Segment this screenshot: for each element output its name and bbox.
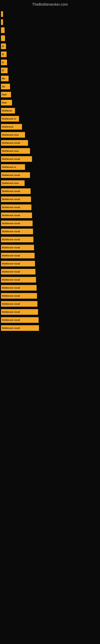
bar-row: B	[1, 66, 100, 74]
bar-label-29: Bottleneck result	[2, 238, 20, 241]
bar-8: B	[1, 68, 8, 73]
bar-label-18: Bottleneck resu	[2, 150, 19, 152]
bar-36: Bottleneck result	[1, 293, 37, 299]
bar-31: Bottleneck result	[1, 253, 35, 258]
bar-row: Bottleneck result	[1, 155, 100, 163]
bar-label-31: Bottleneck result	[2, 254, 20, 257]
bar-label-16: Bottleneck resu	[2, 134, 19, 136]
bar-14: Bottleneck re	[1, 116, 19, 122]
bar-label-21: Bottleneck result	[2, 174, 20, 176]
bar-label-23: Bottleneck result	[2, 190, 20, 192]
bar-27: Bottleneck result	[1, 220, 33, 226]
bar-row: Bottleneck result	[1, 236, 100, 243]
bar-row: B	[1, 58, 100, 66]
bar-19: Bottleneck result	[1, 156, 32, 162]
bar-5: B	[1, 44, 6, 49]
bar-29: Bottleneck result	[1, 237, 33, 242]
bar-label-25: Bottleneck result	[2, 206, 20, 208]
bar-row: Bottleneck	[1, 123, 100, 130]
bar-label-22: Bottleneck resu	[2, 182, 19, 184]
bar-35: Bottleneck result	[1, 285, 37, 290]
bar-row: Bottleneck result	[1, 260, 100, 268]
bar-label-32: Bottleneck result	[2, 262, 20, 265]
page-container: TheBottlenecker.com BBBBBoBoBottBottBott…	[0, 0, 100, 334]
bar-9: Bo	[1, 76, 9, 81]
bar-row: Bottleneck result	[1, 276, 100, 284]
bar-12: Bott	[1, 100, 12, 106]
bar-25: Bottleneck result	[1, 204, 31, 210]
bar-label-8: B	[2, 69, 4, 72]
bar-row: Bottleneck result	[1, 284, 100, 292]
bar-39: Bottleneck result	[1, 317, 39, 323]
bar-row	[1, 18, 100, 26]
bar-38: Bottleneck result	[1, 309, 38, 315]
bar-row: Bottleneck result	[1, 316, 100, 324]
bar-row: Bottleneck result	[1, 308, 100, 316]
bar-label-9: Bo	[2, 77, 5, 80]
bar-label-27: Bottleneck result	[2, 222, 20, 224]
bar-row: Bottleneck result	[1, 171, 100, 179]
bar-15: Bottleneck	[1, 124, 22, 130]
bar-row: Bottleneck result	[1, 292, 100, 300]
bar-row: Bottleneck result	[1, 212, 100, 219]
bar-label-24: Bottleneck result	[2, 198, 20, 200]
bar-row: Bott	[1, 91, 100, 98]
bar-1	[1, 11, 3, 17]
bar-row: Bottleneck re	[1, 115, 100, 122]
bar-16: Bottleneck resu	[1, 132, 25, 138]
bar-row: B	[1, 50, 100, 58]
bar-label-35: Bottleneck result	[2, 286, 20, 289]
bar-32: Bottleneck result	[1, 261, 35, 266]
bar-label-39: Bottleneck result	[2, 319, 20, 321]
bars-container: BBBBBoBoBottBottBottlenecBottleneck reBo…	[0, 8, 100, 334]
bar-label-34: Bottleneck result	[2, 278, 20, 281]
bar-label-28: Bottleneck result	[2, 230, 20, 233]
bar-4	[1, 36, 5, 41]
bar-40: Bottleneck result	[1, 325, 39, 331]
bar-row: Bottleneck resu	[1, 147, 100, 155]
bar-row: Bo	[1, 83, 100, 90]
bar-row	[1, 10, 100, 18]
bar-row: Bottleneck resu	[1, 131, 100, 139]
bar-33: Bottleneck result	[1, 269, 35, 274]
bar-row: Bottleneck result	[1, 244, 100, 251]
bar-label-7: B	[2, 61, 4, 64]
bar-label-38: Bottleneck result	[2, 311, 20, 313]
bar-20: Bottleneck re	[1, 164, 25, 170]
bar-label-5: B	[2, 45, 4, 48]
bar-label-40: Bottleneck result	[2, 327, 20, 329]
bar-row: Bottleneck resu	[1, 179, 100, 187]
bar-label-33: Bottleneck result	[2, 270, 20, 273]
bar-34: Bottleneck result	[1, 277, 36, 282]
bar-3	[1, 27, 4, 33]
bar-13: Bottlenec	[1, 108, 15, 114]
bar-10: Bo	[1, 84, 10, 89]
bar-30: Bottleneck result	[1, 245, 34, 250]
bar-24: Bottleneck result	[1, 196, 31, 202]
bar-26: Bottleneck result	[1, 212, 32, 218]
bar-row: Bottleneck result	[1, 204, 100, 211]
bar-18: Bottleneck resu	[1, 148, 30, 154]
bar-22: Bottleneck resu	[1, 180, 25, 186]
bar-label-19: Bottleneck result	[2, 158, 20, 160]
bar-23: Bottleneck result	[1, 188, 31, 194]
bar-row: Bott	[1, 99, 100, 106]
bar-row: Bottleneck result	[1, 196, 100, 203]
bar-row: Bottleneck result	[1, 268, 100, 276]
bar-28: Bottleneck result	[1, 228, 33, 234]
bar-7: B	[1, 60, 7, 65]
bar-label-20: Bottleneck re	[2, 166, 16, 168]
bar-row: Bottleneck result	[1, 139, 100, 147]
bar-row: Bottleneck re	[1, 163, 100, 171]
bar-label-37: Bottleneck result	[2, 303, 20, 305]
bar-17: Bottleneck result	[1, 140, 28, 146]
bar-row: B	[1, 42, 100, 50]
bar-row	[1, 34, 100, 42]
bar-row: Bottleneck result	[1, 220, 100, 227]
bar-label-30: Bottleneck result	[2, 246, 20, 249]
bar-row: Bo	[1, 75, 100, 82]
bar-row: Bottleneck result	[1, 300, 100, 308]
bar-2	[1, 19, 3, 25]
bar-11: Bott	[1, 92, 11, 98]
site-title: TheBottlenecker.com	[0, 0, 100, 8]
